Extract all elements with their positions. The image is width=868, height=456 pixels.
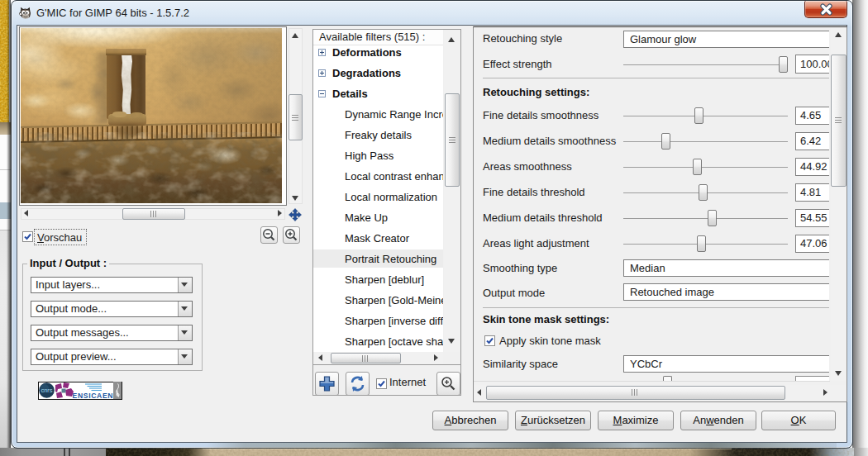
svg-text:cnrs: cnrs xyxy=(41,387,52,394)
svg-text:ENSICAEN: ENSICAEN xyxy=(73,392,113,400)
